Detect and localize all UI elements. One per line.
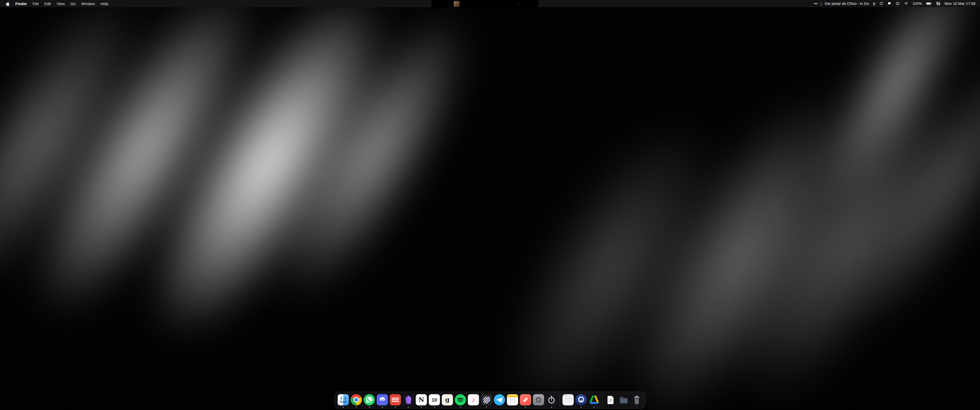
discord-icon (377, 394, 388, 405)
system-settings-icon (533, 394, 544, 405)
dollar-icon[interactable]: $ (871, 0, 877, 7)
1password-icon (576, 394, 587, 405)
menu-file[interactable]: File (30, 0, 41, 7)
dock-item-telegram[interactable] (494, 394, 505, 405)
chat-bubble-icon[interactable] (885, 0, 894, 7)
downloads-folder-icon (618, 394, 629, 405)
raycast-icon (520, 394, 531, 405)
apple-notes-icon (507, 394, 518, 405)
dock-item-focus-timer[interactable] (546, 394, 557, 405)
obsidian-icon (403, 394, 414, 405)
menu-separator: | (820, 0, 823, 7)
google-drive-icon (589, 394, 600, 405)
dock-item-finder[interactable] (338, 394, 349, 405)
linear-icon (481, 394, 492, 405)
dock-item-notion[interactable]: N (416, 394, 427, 405)
running-indicator (382, 407, 383, 408)
menu-help[interactable]: Help (98, 0, 111, 7)
dock-item-obsidian[interactable] (403, 394, 414, 405)
menu-window[interactable]: Window (78, 0, 97, 7)
running-indicator (343, 407, 344, 408)
notion-calendar-icon: 10 (429, 394, 440, 405)
dock-item-google-drive[interactable] (589, 394, 600, 405)
trash-icon (631, 394, 642, 405)
active-app-menu[interactable]: Finder (13, 0, 30, 7)
running-indicator (581, 407, 582, 408)
spotify-icon (455, 394, 466, 405)
sync-icon[interactable] (877, 0, 885, 7)
dock-item-apple-notes[interactable] (507, 394, 518, 405)
apple-logo-icon[interactable] (3, 0, 13, 7)
desktop-wallpaper (0, 0, 980, 410)
running-indicator (486, 407, 487, 408)
control-center-icon[interactable] (934, 0, 942, 7)
menu-bar-status-area: ••• | Dar jantar do Chico - in 2m $ 100% (811, 0, 977, 7)
dock-item-todoist[interactable] (390, 394, 401, 405)
dock-item-downloads-folder[interactable] (618, 394, 629, 405)
wifi-icon[interactable] (902, 0, 910, 7)
battery-percentage: 100% (910, 0, 924, 7)
dock-item-raycast[interactable] (520, 394, 531, 405)
running-indicator (408, 407, 409, 408)
whatsapp-icon (364, 394, 375, 405)
dock-item-granola[interactable]: g (442, 394, 453, 405)
document-file-icon (605, 394, 616, 405)
dock-item-notion-calendar[interactable]: 10 (429, 394, 440, 405)
dock-item-linear[interactable] (481, 394, 492, 405)
display-icon[interactable] (894, 0, 902, 7)
wallpaper-vignette (0, 0, 980, 410)
running-indicator (395, 407, 396, 408)
dock-item-google-chrome[interactable] (351, 394, 362, 405)
battery-icon[interactable] (924, 0, 934, 7)
focus-timer-icon (546, 394, 557, 405)
minimized-window-icon (563, 394, 574, 405)
running-indicator (593, 407, 595, 408)
running-indicator (525, 407, 526, 408)
running-indicator (421, 407, 422, 408)
running-indicator (434, 407, 435, 408)
granola-icon: g (442, 394, 453, 405)
menu-go[interactable]: Go (68, 0, 78, 7)
todoist-icon (390, 394, 401, 405)
finder-icon (338, 394, 349, 405)
calendar-event-menu-item[interactable]: Dar jantar do Chico - in 2m (822, 0, 871, 7)
running-indicator (369, 407, 370, 408)
dock-item-minimized-window[interactable] (563, 394, 574, 405)
notch-widget: ··· (431, 0, 538, 8)
dock-item-trash[interactable] (631, 394, 642, 405)
running-indicator (460, 407, 461, 408)
dock-item-1password[interactable] (576, 394, 587, 405)
dock-item-whatsapp[interactable] (364, 394, 375, 405)
dock-divider (560, 394, 560, 406)
notion-icon: N (416, 394, 427, 405)
telegram-icon (494, 394, 505, 405)
notch-more-button[interactable]: ··· (517, 0, 522, 8)
menu-edit[interactable]: Edit (41, 0, 54, 7)
google-chrome-icon (351, 394, 362, 405)
menu-view[interactable]: View (54, 0, 68, 7)
album-art-thumbnail[interactable] (454, 1, 460, 7)
desktop: Finder FileEditViewGoWindowHelp ••• | Da… (0, 0, 980, 410)
dock-item-apple-music[interactable]: ♪ (468, 394, 479, 405)
apple-music-icon: ♪ (468, 394, 479, 405)
running-indicator (356, 407, 357, 408)
dock-item-document-file[interactable] (605, 394, 616, 405)
dock-item-spotify[interactable] (455, 394, 466, 405)
dock: N10g ♪ (334, 392, 646, 409)
menu-bar-left: Finder FileEditViewGoWindowHelp (3, 0, 111, 7)
running-indicator (551, 407, 552, 408)
dock-item-discord[interactable] (377, 394, 388, 405)
dock-divider (602, 394, 603, 406)
dock-item-system-settings[interactable] (533, 394, 544, 405)
menu-overflow[interactable]: ••• (811, 0, 819, 7)
menu-bar-clock[interactable]: Mon 10 Mar 17:58 (942, 0, 977, 7)
